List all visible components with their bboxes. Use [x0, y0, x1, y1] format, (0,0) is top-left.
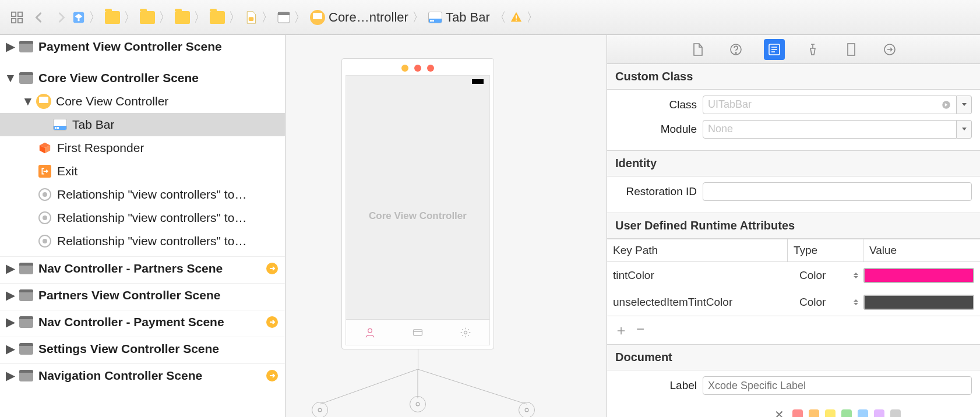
- outline-scene[interactable]: ▶ Payment View Controller Scene: [0, 35, 285, 58]
- class-dropdown-button[interactable]: [957, 96, 972, 114]
- outline-scene[interactable]: ▶ Navigation Controller Scene: [0, 363, 285, 387]
- col-type: Type: [788, 239, 863, 261]
- outline-first-responder[interactable]: First Responder: [0, 136, 285, 160]
- disclosure-open-icon[interactable]: ▼: [5, 71, 16, 85]
- color-yellow[interactable]: [825, 409, 836, 417]
- remove-attribute-button[interactable]: −: [636, 321, 644, 340]
- breadcrumb-vc-label: Core…ntroller: [329, 10, 408, 25]
- chevron-right-icon[interactable]: 〉: [526, 9, 539, 26]
- color-value-swatch[interactable]: [863, 295, 974, 310]
- identity-inspector-tab[interactable]: [764, 39, 785, 60]
- outline-tabbar[interactable]: Tab Bar: [0, 113, 285, 136]
- color-orange[interactable]: [809, 409, 819, 417]
- outline-scene[interactable]: ▶ Nav Controller - Partners Scene: [0, 256, 285, 280]
- disclosure-open-icon[interactable]: ▼: [22, 94, 34, 108]
- svg-rect-24: [848, 44, 855, 55]
- segue-source-icon: [266, 316, 278, 328]
- clear-color-icon[interactable]: ✕: [774, 408, 784, 417]
- type-cell[interactable]: Color: [799, 269, 826, 282]
- segue-icon: [38, 188, 51, 201]
- module-dropdown-button[interactable]: [957, 120, 972, 139]
- chevron-left-icon[interactable]: 〈: [493, 9, 506, 26]
- gear-icon: [460, 327, 471, 338]
- color-value-swatch[interactable]: [863, 268, 974, 283]
- outline-label: Relationship "view controllers" to…: [57, 188, 246, 202]
- module-input[interactable]: None: [703, 120, 957, 139]
- color-purple[interactable]: [874, 409, 884, 417]
- keypath-cell[interactable]: tintColor: [613, 269, 799, 282]
- placeholder-text: UITabBar: [708, 98, 752, 110]
- type-stepper[interactable]: [853, 299, 859, 306]
- svg-point-11: [368, 328, 372, 333]
- breadcrumb-scene[interactable]: [277, 11, 290, 24]
- disclosure-closed-icon[interactable]: ▶: [5, 288, 16, 302]
- runtime-attribute-row[interactable]: tintColor Color: [607, 262, 980, 289]
- section-header: Identity: [607, 150, 980, 176]
- svg-rect-1: [18, 12, 22, 16]
- svg-rect-3: [18, 18, 22, 22]
- disclosure-closed-icon[interactable]: ▶: [5, 40, 16, 54]
- size-inspector-tab[interactable]: [841, 39, 862, 60]
- forward-button[interactable]: [50, 6, 72, 29]
- breadcrumb-tabbar[interactable]: Tab Bar: [428, 10, 490, 25]
- interface-builder-canvas[interactable]: Core View Controller: [285, 35, 607, 417]
- disclosure-closed-icon[interactable]: ▶: [5, 261, 16, 275]
- breadcrumb-folder[interactable]: [175, 11, 190, 24]
- connections-inspector-tab[interactable]: [879, 39, 900, 60]
- outline-label: Payment View Controller Scene: [38, 40, 222, 54]
- keypath-cell[interactable]: unselectedItemTintColor: [613, 296, 799, 309]
- disclosure-closed-icon[interactable]: ▶: [5, 315, 16, 329]
- breadcrumb-folder[interactable]: [105, 11, 120, 24]
- outline-exit[interactable]: Exit: [0, 160, 285, 183]
- traffic-red-icon: [414, 65, 421, 72]
- type-stepper[interactable]: [853, 272, 859, 279]
- file-inspector-tab[interactable]: [687, 39, 708, 60]
- class-arrow-icon[interactable]: [941, 100, 951, 113]
- disclosure-closed-icon[interactable]: ▶: [5, 342, 16, 356]
- doc-label-input[interactable]: [703, 376, 972, 395]
- breadcrumb-storyboard[interactable]: [245, 11, 258, 24]
- breadcrumb-folder[interactable]: [210, 11, 225, 24]
- battery-icon: [472, 79, 484, 84]
- breadcrumb[interactable]: 〉 〉 〉 〉 〉 〉 〉 Core…ntroller 〉 Tab Bar 〈 …: [72, 9, 974, 26]
- outline-scene[interactable]: ▼ Core View Controller Scene: [0, 66, 285, 90]
- breadcrumb-vc[interactable]: Core…ntroller: [310, 10, 408, 25]
- breadcrumb-project[interactable]: [72, 11, 85, 24]
- outline-relationship[interactable]: Relationship "view controllers" to…: [0, 206, 285, 229]
- attributes-inspector-tab[interactable]: [802, 39, 823, 60]
- outline-label: Nav Controller - Payment Scene: [38, 315, 224, 329]
- restoration-id-input[interactable]: [703, 182, 972, 201]
- add-attribute-button[interactable]: ＋: [614, 321, 628, 340]
- chevron-right-icon: 〉: [261, 9, 274, 26]
- outline-label: Nav Controller - Partners Scene: [38, 261, 223, 275]
- section-header: Custom Class: [607, 64, 980, 90]
- class-input[interactable]: UITabBar: [703, 96, 957, 114]
- color-green[interactable]: [841, 409, 852, 417]
- back-button[interactable]: [28, 6, 50, 29]
- doc-label-label: Label: [615, 379, 703, 392]
- outline-scene[interactable]: ▶ Partners View Controller Scene: [0, 283, 285, 306]
- disclosure-closed-icon[interactable]: ▶: [5, 369, 16, 383]
- scene-preview[interactable]: Core View Controller: [341, 58, 494, 349]
- tab-bar[interactable]: [346, 319, 489, 345]
- runtime-attribute-row[interactable]: unselectedItemTintColor Color: [607, 289, 980, 316]
- chevron-right-icon: 〉: [412, 9, 425, 26]
- outline-scene[interactable]: ▶ Nav Controller - Payment Scene: [0, 310, 285, 333]
- label-color-picker[interactable]: ✕: [774, 408, 901, 417]
- type-cell[interactable]: Color: [799, 296, 826, 309]
- outline-scene[interactable]: ▶ Settings View Controller Scene: [0, 337, 285, 360]
- color-gray[interactable]: [890, 409, 901, 417]
- breadcrumb-folder[interactable]: [140, 11, 155, 24]
- color-red[interactable]: [792, 409, 803, 417]
- outline-relationship[interactable]: Relationship "view controllers" to…: [0, 183, 285, 206]
- chevron-right-icon: 〉: [193, 9, 206, 26]
- outline-label: Exit: [57, 164, 77, 178]
- help-inspector-tab[interactable]: [725, 39, 746, 60]
- jump-bar: 〉 〉 〉 〉 〉 〉 〉 Core…ntroller 〉 Tab Bar 〈 …: [0, 0, 980, 35]
- outline-vc[interactable]: ▼ Core View Controller: [0, 90, 285, 113]
- document-outline[interactable]: ▶ Payment View Controller Scene ▼ Core V…: [0, 35, 285, 417]
- warning-icon[interactable]: [510, 11, 523, 24]
- outline-relationship[interactable]: Relationship "view controllers" to…: [0, 229, 285, 253]
- color-blue[interactable]: [858, 409, 868, 417]
- related-items-icon[interactable]: [6, 6, 28, 29]
